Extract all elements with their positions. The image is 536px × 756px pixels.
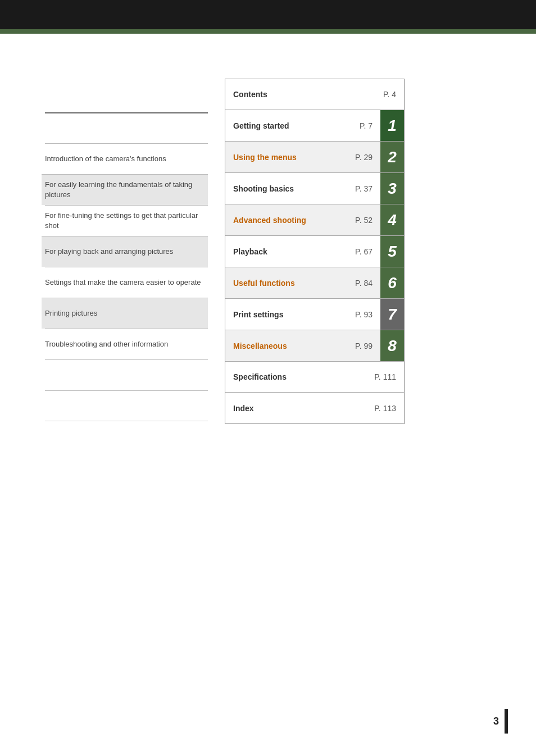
toc-index-row: Index P. 113	[225, 393, 404, 423]
toc-contents-label: Contents	[233, 90, 267, 99]
toc-entry-main-8: Miscellaneous P. 99	[225, 330, 380, 361]
description-advanced: For fine-tuning the settings to get that…	[45, 205, 208, 236]
toc-badge-7: 7	[380, 299, 404, 330]
toc-specifications-page: P. 111	[374, 372, 396, 381]
toc-page-6: P. 84	[355, 279, 373, 288]
description-useful: Settings that make the camera easier to …	[45, 267, 208, 298]
toc-label-8: Miscellaneous	[233, 341, 287, 350]
toc-row-7: Print settings P. 93 7	[225, 299, 404, 330]
toc-contents-page: P. 4	[383, 90, 396, 99]
toc-entry-main-2: Using the menus P. 29	[225, 142, 380, 172]
description-playback: For playing back and arranging pictures	[42, 236, 208, 267]
toc-badge-5: 5	[380, 236, 404, 267]
toc-badge-8: 8	[380, 330, 404, 361]
toc-row-1: Getting started P. 7 1	[225, 110, 404, 142]
toc-entry-main-5: Playback P. 67	[225, 236, 380, 267]
toc-page-2: P. 29	[355, 153, 373, 162]
toc-entry-main-7: Print settings P. 93	[225, 299, 380, 330]
toc-page-5: P. 67	[355, 247, 373, 256]
toc-label-3: Shooting basics	[233, 184, 294, 193]
page-content: Introduction of the camera's functions F…	[0, 34, 536, 469]
toc-badge-4: 4	[380, 204, 404, 235]
toc-row-5: Playback P. 67 5	[225, 236, 404, 267]
toc-specifications-label: Specifications	[233, 372, 287, 381]
toc-row-8: Miscellaneous P. 99 8	[225, 330, 404, 362]
toc-badge-1: 1	[380, 110, 404, 141]
toc-specifications-row: Specifications P. 111	[225, 362, 404, 393]
toc-label-6: Useful functions	[233, 279, 295, 288]
description-misc: Troubleshooting and other information	[45, 329, 208, 359]
header-bar	[0, 0, 536, 34]
page-number: 3	[493, 716, 499, 727]
page-footer-bar	[505, 709, 508, 734]
toc-entry-main-4: Advanced shooting P. 52	[225, 204, 380, 235]
toc-label-4: Advanced shooting	[233, 216, 306, 225]
toc-index-page: P. 113	[374, 404, 396, 413]
toc-contents-row: Contents P. 4	[225, 79, 404, 110]
toc-label-5: Playback	[233, 247, 267, 256]
description-intro: Introduction of the camera's functions	[45, 143, 208, 174]
page-footer: 3	[493, 709, 508, 734]
toc-label-7: Print settings	[233, 310, 283, 319]
toc-row-3: Shooting basics P. 37 3	[225, 173, 404, 204]
toc-page-1: P. 7	[360, 121, 373, 130]
left-descriptions: Introduction of the camera's functions F…	[45, 112, 214, 421]
toc-container: Contents P. 4 Getting started P. 7 1	[225, 79, 405, 424]
toc-page-7: P. 93	[355, 310, 373, 319]
toc-row-6: Useful functions P. 84 6	[225, 267, 404, 299]
main-layout: Introduction of the camera's functions F…	[45, 79, 491, 424]
toc-page-4: P. 52	[355, 216, 373, 225]
toc-label-2: Using the menus	[233, 153, 297, 162]
toc-badge-6: 6	[380, 267, 404, 298]
toc-entry-main-6: Useful functions P. 84	[225, 267, 380, 298]
description-basics: For easily learning the fundamentals of …	[42, 174, 208, 205]
toc-row-2: Using the menus P. 29 2	[225, 142, 404, 173]
description-print: Printing pictures	[42, 298, 208, 329]
toc-page-8: P. 99	[355, 341, 373, 350]
toc-section: Contents P. 4 Getting started P. 7 1	[225, 79, 405, 424]
toc-index-label: Index	[233, 404, 254, 413]
toc-badge-2: 2	[380, 142, 404, 172]
toc-badge-3: 3	[380, 173, 404, 204]
toc-row-4: Advanced shooting P. 52 4	[225, 204, 404, 236]
toc-page-3: P. 37	[355, 184, 373, 193]
toc-entry-main-1: Getting started P. 7	[225, 110, 380, 141]
toc-entry-main-3: Shooting basics P. 37	[225, 173, 380, 204]
header-accent	[0, 29, 536, 34]
toc-label-1: Getting started	[233, 121, 289, 130]
